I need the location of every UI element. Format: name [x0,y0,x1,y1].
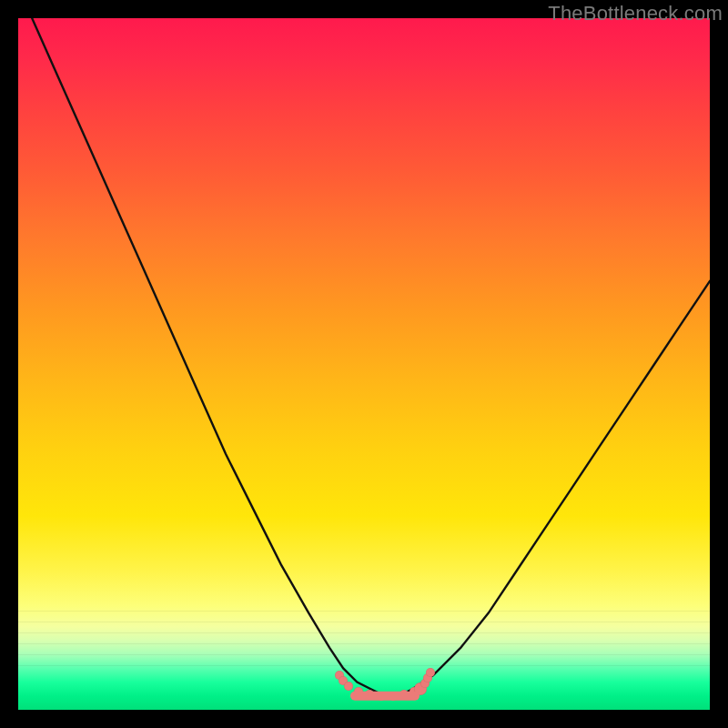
gradient-band [18,643,710,644]
chart-frame [18,18,710,710]
watermark-text: TheBottleneck.com [548,2,723,25]
data-point-marker [426,668,435,677]
gradient-band [18,632,710,633]
gradient-band [18,665,710,666]
data-point-bar [350,691,420,701]
gradient-band [18,654,710,655]
bottleneck-curve [18,18,710,710]
gradient-band [18,611,710,612]
gradient-band [18,622,710,622]
data-point-marker [344,682,353,691]
plot-area [18,18,710,710]
